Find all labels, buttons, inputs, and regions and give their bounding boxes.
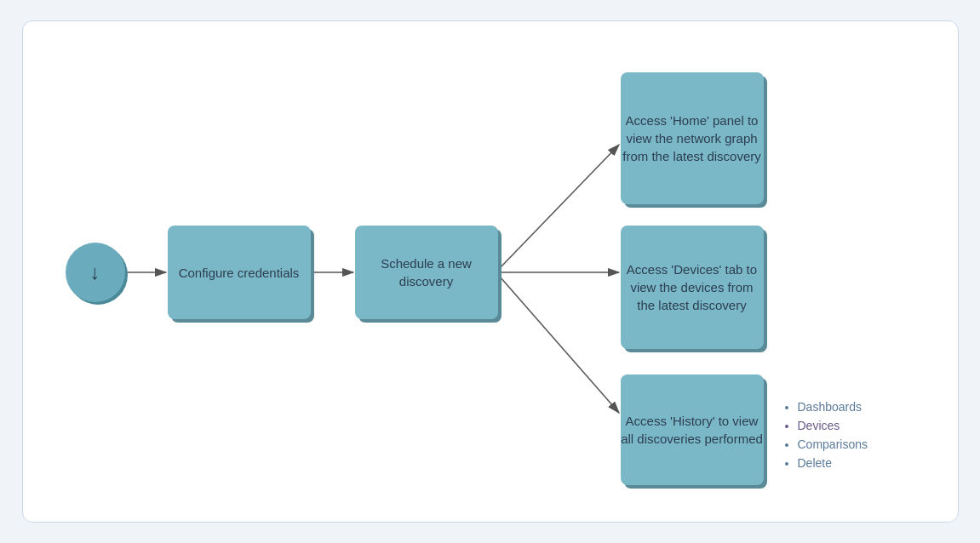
- start-circle: ↓: [66, 243, 125, 302]
- diagram-container: ↓ Configure credentials Schedule a new d…: [22, 20, 959, 523]
- access-home-label: Access 'Home' panel to view the network …: [621, 111, 764, 165]
- bullet-comparisons: Comparisons: [798, 437, 868, 451]
- bullet-dashboards: Dashboards: [798, 400, 868, 414]
- configure-credentials-box: Configure credentials: [168, 226, 311, 319]
- configure-credentials-label: Configure credentials: [179, 264, 300, 282]
- svg-line-5: [500, 277, 619, 413]
- bullet-list: Dashboards Devices Comparisons Delete: [781, 400, 868, 475]
- access-devices-box: Access 'Devices' tab to view the devices…: [621, 226, 764, 349]
- bullet-devices: Devices: [798, 419, 868, 432]
- flow-wrapper: ↓ Configure credentials Schedule a new d…: [23, 21, 958, 522]
- access-history-box: Access 'History' to view all discoveries…: [621, 374, 764, 485]
- svg-line-3: [500, 145, 619, 268]
- access-history-label: Access 'History' to view all discoveries…: [621, 412, 764, 448]
- schedule-discovery-box: Schedule a new discovery: [355, 226, 498, 319]
- download-icon: ↓: [90, 258, 100, 287]
- bullet-delete: Delete: [798, 456, 868, 470]
- schedule-discovery-label: Schedule a new discovery: [355, 254, 498, 290]
- access-home-box: Access 'Home' panel to view the network …: [621, 72, 764, 204]
- access-devices-label: Access 'Devices' tab to view the devices…: [621, 260, 764, 314]
